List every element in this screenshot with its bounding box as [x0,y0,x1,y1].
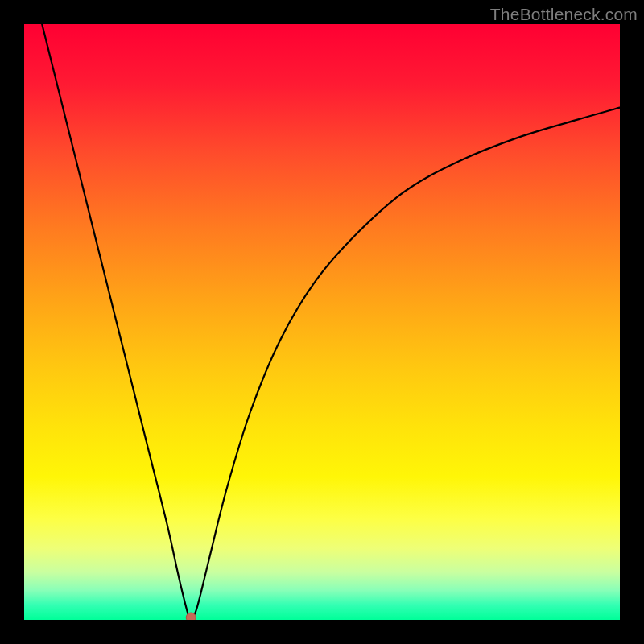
optimum-marker [186,613,196,620]
chart-frame: TheBottleneck.com [0,0,644,644]
bottleneck-curve [24,24,620,620]
curve-path [42,24,620,620]
plot-area [24,24,620,620]
watermark-text: TheBottleneck.com [490,5,638,24]
